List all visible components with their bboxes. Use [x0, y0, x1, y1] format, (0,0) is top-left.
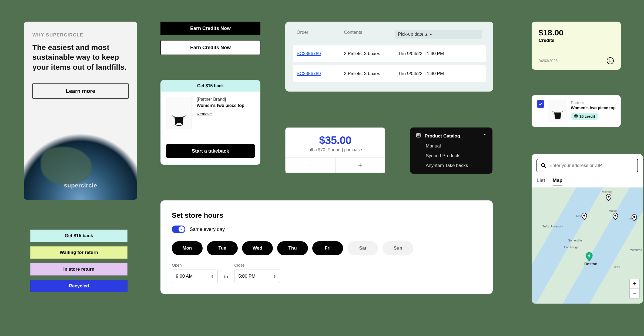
status-get-back: Get $15 back: [30, 230, 128, 242]
map-label: Boston: [584, 262, 597, 266]
hero-headline: The easiest and most sustainable way to …: [32, 43, 129, 72]
order-date: Thu 9/04/22: [398, 51, 422, 56]
col-order: Order: [297, 30, 344, 39]
remove-link[interactable]: Remove: [197, 112, 212, 116]
order-contents: 2 Pallets, 3 boxes: [344, 71, 398, 76]
day-selector: Mon Tue Wed Thu Fri Sat Sun: [172, 241, 481, 255]
map-label: Tufts University: [542, 225, 563, 228]
table-row: SC2356789 2 Pallets, 3 boxes Thu 9/04/22…: [293, 65, 486, 82]
same-every-day-toggle[interactable]: ✓: [172, 226, 185, 233]
supercircle-logo: supercircle: [64, 182, 97, 189]
product-brand: [Partner Brand]: [197, 97, 255, 102]
credit-pill: Ⓒ $5 credit: [571, 113, 598, 120]
map-pin-current-icon[interactable]: [586, 252, 591, 258]
map-label: Somerville: [568, 239, 582, 242]
status-list: Get $15 back Waiting for return In store…: [30, 230, 128, 292]
cursor-icon: ✦: [429, 32, 432, 36]
close-value: 5:00 PM: [238, 274, 255, 279]
globe-image: supercircle: [24, 124, 137, 200]
order-time: 1:30 PM: [427, 51, 444, 56]
orders-table: Order Contents Pick-up date ▴ ✦ SC235678…: [285, 22, 493, 92]
table-row: SC2356789 2 Pallets, 3 boxes Thu 9/04/22…: [293, 45, 486, 62]
map-zoom: + −: [629, 279, 640, 299]
select-caret-icon: ▲▼: [273, 274, 276, 278]
zoom-out-button[interactable]: −: [630, 289, 639, 298]
bikini-icon: [170, 115, 188, 129]
discount-amount: $35.00: [286, 134, 385, 146]
tab-list[interactable]: List: [536, 178, 545, 186]
hours-title: Set store hours: [172, 211, 481, 220]
product-select-card: Partner Women's two piece top Ⓒ $5 credi…: [532, 95, 621, 127]
takeback-badge: Get $15 back: [161, 80, 260, 92]
refresh-icon[interactable]: ↻: [607, 57, 614, 64]
map-pin-icon[interactable]: [613, 213, 618, 219]
day-sun[interactable]: Sun: [383, 241, 413, 255]
store-hours-card: Set store hours ✓ Same every day Mon Tue…: [160, 200, 493, 294]
close-time-select[interactable]: 5:00 PM ▲▼: [234, 270, 280, 283]
order-link[interactable]: SC2356789: [297, 51, 344, 56]
svg-point-1: [541, 163, 545, 167]
map-canvas[interactable]: Melrose Malden Medford Revere Tufts Univ…: [532, 187, 643, 304]
col-pickup-date-sort[interactable]: Pick-up date ▴ ✦: [395, 30, 482, 39]
hero-card: WHY SUPERCIRCLE The easiest and most sus…: [24, 22, 137, 200]
start-takeback-button[interactable]: Start a takeback: [166, 144, 255, 158]
map-label: Melrose: [602, 190, 612, 193]
catalog-item-any[interactable]: Any-item Take backs: [416, 159, 487, 168]
credits-date: 04/03/2023: [539, 59, 558, 63]
map-pin-icon[interactable]: [582, 213, 587, 219]
day-sat[interactable]: Sat: [347, 241, 378, 255]
increment-button[interactable]: +: [336, 157, 385, 173]
product-name: Women's two piece top: [571, 105, 616, 110]
catalog-item-manual[interactable]: Manual: [416, 139, 487, 149]
product-name: Women's two piece top: [197, 103, 255, 108]
earn-credits-primary-button[interactable]: Earn Credits Now: [160, 22, 260, 35]
open-label: Open: [172, 263, 218, 267]
open-time-select[interactable]: 9:00 AM ▲▼: [172, 270, 218, 283]
learn-more-button[interactable]: Learn more: [32, 83, 129, 99]
col-date-label: Pick-up date: [398, 32, 424, 37]
order-date: Thu 9/04/22: [398, 71, 422, 76]
select-caret-icon: ▲▼: [211, 274, 214, 278]
checkbox-checked[interactable]: [537, 100, 544, 108]
order-link[interactable]: SC2356789: [297, 71, 344, 76]
day-mon[interactable]: Mon: [172, 241, 203, 255]
catalog-menu: Product Catalog ⌃ Manual Synced Products…: [410, 127, 492, 174]
table-header: Order Contents Pick-up date ▴ ✦: [293, 30, 486, 42]
bikini-icon: [551, 111, 564, 122]
search-icon: [541, 163, 546, 168]
map-label: Winthrop: [630, 248, 642, 251]
svg-point-2: [608, 196, 610, 198]
map-label: BOS: [614, 266, 620, 269]
decrement-button[interactable]: −: [286, 157, 336, 173]
close-label: Close: [234, 263, 280, 267]
open-value: 9:00 AM: [176, 274, 193, 279]
discount-subtext: off a $70 [Partner] purchase: [286, 147, 385, 152]
catalog-title: Product Catalog: [425, 133, 460, 139]
check-icon: [538, 102, 543, 106]
credit-value: $5 credit: [579, 114, 595, 119]
map-label: Cambridge: [564, 246, 579, 249]
zoom-in-button[interactable]: +: [630, 279, 639, 289]
earn-credits-secondary-button[interactable]: Earn Credits Now: [160, 40, 260, 55]
product-brand: Partner: [571, 100, 616, 105]
catalog-item-synced[interactable]: Synced Products: [416, 149, 487, 159]
credits-label: Credits: [539, 38, 614, 43]
product-thumbnail: [548, 100, 567, 122]
catalog-toggle[interactable]: Product Catalog ⌃: [416, 133, 487, 139]
day-wed[interactable]: Wed: [242, 241, 273, 255]
map-pin-icon[interactable]: [606, 194, 611, 200]
status-in-store: In store return: [30, 263, 128, 275]
same-label: Same every day: [190, 227, 225, 232]
toggle-knob: ✓: [179, 226, 185, 232]
status-recycled: Recycled: [30, 280, 128, 292]
address-input[interactable]: [549, 163, 634, 168]
map-label: Malden: [609, 209, 618, 212]
tab-map[interactable]: Map: [553, 178, 562, 186]
day-tue[interactable]: Tue: [207, 241, 238, 255]
map-pin-icon[interactable]: [632, 214, 637, 220]
day-fri[interactable]: Fri: [312, 241, 343, 255]
address-search[interactable]: [536, 159, 638, 172]
day-thu[interactable]: Thu: [277, 241, 308, 255]
discount-card: $35.00 off a $70 [Partner] purchase − +: [285, 127, 385, 173]
col-contents: Contents: [344, 30, 398, 39]
